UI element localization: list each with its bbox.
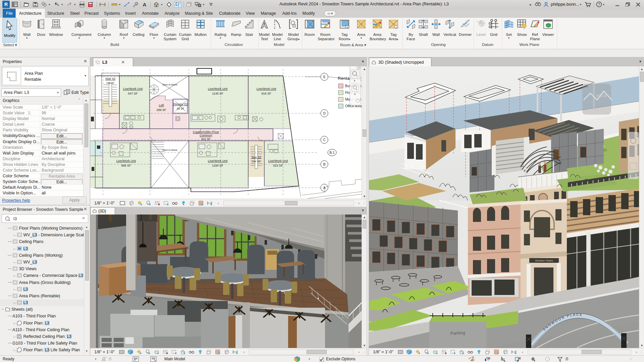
svg-text:C: C (323, 138, 325, 142)
svg-text:Live/Work Unit: Live/Work Unit (208, 87, 228, 90)
svg-text:Live/Work Unit: Live/Work Unit (123, 87, 143, 90)
svg-text:Live/Work Unit: Live/Work Unit (116, 159, 136, 163)
svg-text:Stair S3: Stair S3 (252, 156, 261, 159)
svg-text:Stair S2: Stair S2 (105, 77, 116, 80)
svg-text:Common): Common) (200, 134, 212, 137)
svg-text:Corridor/Utility (Floor: Corridor/Utility (Floor (193, 130, 219, 134)
svg-text:244 SF: 244 SF (252, 160, 261, 163)
svg-text:Open to below: Open to below (162, 149, 177, 152)
svg-text:Elevator E2: Elevator E2 (173, 103, 188, 106)
svg-text:FRCA: FRCA (596, 94, 607, 98)
svg-text:623 SF: 623 SF (273, 164, 283, 167)
svg-text:647 SF: 647 SF (128, 92, 138, 95)
svg-text:B.1: B.1 (329, 151, 334, 155)
svg-text:R: R (4, 2, 8, 7)
svg-text:Live/Work Unit: Live/Work Unit (257, 87, 276, 90)
svg-text:E: E (323, 75, 326, 79)
svg-text:Live/Work Unit: Live/Work Unit (268, 159, 288, 163)
svg-text:B: B (323, 163, 326, 166)
svg-text:49 SF: 49 SF (177, 107, 184, 110)
svg-text:Loft: Loft (159, 104, 164, 107)
svg-text:▾: ▾ (354, 79, 356, 82)
svg-text:1145 SF: 1145 SF (212, 92, 223, 95)
svg-text:1190 SF: 1190 SF (212, 164, 223, 167)
svg-text:289 SF: 289 SF (156, 108, 166, 112)
svg-text:841 SF: 841 SF (201, 137, 210, 141)
svg-text:1: 1 (395, 26, 397, 29)
svg-text:Open to below: Open to below (162, 83, 177, 86)
svg-text:D: D (323, 112, 325, 115)
svg-text:1: 1 (346, 25, 348, 28)
svg-text:Live/Work Unit: Live/Work Unit (208, 159, 228, 163)
svg-text:Parking: Parking (450, 330, 465, 336)
svg-text:816 SF: 816 SF (261, 92, 271, 95)
svg-text:?: ? (598, 2, 600, 6)
svg-text:▾: ▾ (354, 93, 356, 96)
svg-text:1: 1 (136, 3, 137, 5)
svg-text:885 SF: 885 SF (121, 164, 131, 167)
svg-text:248 SF: 248 SF (106, 81, 115, 84)
svg-text:Snowdon Towers: Snowdon Towers (535, 259, 553, 262)
